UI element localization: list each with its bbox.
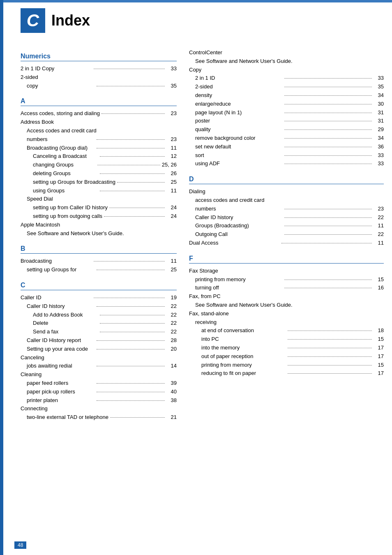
entry-text: two-line external TAD or telephone xyxy=(27,413,108,422)
entry-dots xyxy=(94,69,165,69)
entry-dots xyxy=(288,339,372,340)
entry-page: 34 xyxy=(374,91,384,100)
entry-dots xyxy=(284,280,372,280)
entry-text: 2 in 1 ID Copy xyxy=(21,65,92,73)
entry-dots xyxy=(100,191,165,191)
entry-page: 26 xyxy=(166,169,177,178)
list-item: into the memory17 xyxy=(201,344,384,352)
entry-text: Caller ID history xyxy=(27,302,95,311)
entry-text: receiving xyxy=(195,319,217,325)
entry-text: setting up from outgoing calls xyxy=(33,212,102,221)
list-item: enlarge/reduce30 xyxy=(195,100,384,109)
entry-page: 19 xyxy=(166,294,177,302)
entry-text: printing from memory xyxy=(195,275,283,284)
entry-text: reducing to fit on paper xyxy=(201,369,286,378)
entry-page: 21 xyxy=(166,413,177,422)
entry-dots xyxy=(284,130,372,130)
entry-page: 11 xyxy=(374,222,384,230)
section-heading: A xyxy=(21,97,177,106)
entry-text: setting up Groups for Broadcasting xyxy=(33,178,115,187)
chapter-letter-box: C xyxy=(21,8,45,33)
list-item: Apple Macintosh xyxy=(21,221,177,229)
list-item: Copy xyxy=(189,66,384,74)
entry-page: 18 xyxy=(374,326,384,335)
entry-text: Access codes and credit card xyxy=(27,127,97,134)
entry-text: 2 in 1 ID xyxy=(195,74,283,83)
list-item: Connecting xyxy=(21,405,177,413)
entry-dots xyxy=(284,95,372,96)
entry-page: 29 xyxy=(374,125,384,134)
entry-dots xyxy=(284,138,372,139)
entry-text: poster xyxy=(195,117,283,125)
entry-text: Add to Address Book xyxy=(33,311,98,319)
entry-dots xyxy=(110,417,165,418)
entry-page: 25 xyxy=(166,266,177,274)
entry-text: See Software and Network User's Guide. xyxy=(195,58,293,64)
top-bar xyxy=(3,0,392,2)
list-item: Fax Storage xyxy=(189,267,384,275)
entry-dots xyxy=(284,217,372,218)
entry-page: 14 xyxy=(166,362,177,370)
entry-dots xyxy=(100,156,165,157)
list-item: reducing to fit on paper17 xyxy=(201,369,384,378)
entry-text: Copy xyxy=(189,67,201,73)
entry-text: printing from memory xyxy=(201,361,286,370)
entry-page: 35 xyxy=(166,82,177,90)
list-item: Cleaning xyxy=(21,370,177,379)
entry-page: 24 xyxy=(166,212,177,221)
entry-dots xyxy=(101,113,165,114)
entry-page: 22 xyxy=(374,230,384,239)
entry-text: Caller ID History report xyxy=(27,336,95,345)
entry-dots xyxy=(97,349,165,349)
entry-page: 40 xyxy=(166,388,177,396)
entry-dots xyxy=(94,261,165,261)
entry-page: 23 xyxy=(374,205,384,213)
entry-text: Speed Dial xyxy=(27,196,53,202)
list-item: See Software and Network User's Guide. xyxy=(27,229,177,238)
list-item: See Software and Network User's Guide. xyxy=(195,301,384,310)
entry-dots xyxy=(288,373,372,374)
list-item: Send a fax22 xyxy=(33,328,177,336)
entry-text: printer platen xyxy=(27,396,95,405)
entry-dots xyxy=(284,121,372,121)
entry-text: Dialing xyxy=(189,188,205,194)
list-item: Dialing xyxy=(189,187,384,196)
list-item: printing from memory15 xyxy=(201,361,384,370)
entry-dots xyxy=(284,78,372,79)
entry-text: Fax, from PC xyxy=(189,293,221,299)
entry-dots xyxy=(284,104,372,104)
entry-text: Fax, stand-alone xyxy=(189,310,229,317)
list-item: setting up Groups for25 xyxy=(27,266,177,274)
entry-text: deleting Groups xyxy=(33,169,98,178)
list-item: two-line external TAD or telephone21 xyxy=(27,413,177,422)
entry-text: Outgoing Call xyxy=(195,230,283,239)
entry-page: 38 xyxy=(166,396,177,405)
entry-text: paper feed rollers xyxy=(27,379,95,388)
entry-dots xyxy=(109,208,165,208)
section-heading: D xyxy=(189,176,384,184)
entry-dots xyxy=(97,165,160,165)
entry-text: Canceling a Broadcast xyxy=(33,152,98,161)
entry-dots xyxy=(100,173,165,174)
list-item: setting up from outgoing calls24 xyxy=(33,212,177,221)
entry-page: 22 xyxy=(166,328,177,336)
list-item: setting up from Caller ID history24 xyxy=(33,204,177,212)
entry-page: 17 xyxy=(374,352,384,361)
list-item: Fax, stand-alone xyxy=(189,310,384,318)
list-item: 2 in 1 ID33 xyxy=(195,74,384,83)
entry-page: 15 xyxy=(374,275,384,284)
entry-page: 12 xyxy=(166,152,177,161)
list-item: Canceling a Broadcast12 xyxy=(33,152,177,161)
list-item: 2-sided xyxy=(21,73,177,82)
entry-text: Canceling xyxy=(21,354,44,361)
list-item: Setting up your area code20 xyxy=(27,345,177,354)
entry-text: Broadcasting xyxy=(21,257,92,266)
entry-text: copy xyxy=(27,82,95,90)
list-item: into PC15 xyxy=(201,335,384,344)
entry-dots xyxy=(284,226,372,226)
list-item: See Software and Network User's Guide. xyxy=(195,57,384,66)
entry-text: density xyxy=(195,91,283,100)
entry-dots xyxy=(97,340,165,341)
list-item: Access codes and credit card xyxy=(27,127,177,135)
entry-text: See Software and Network User's Guide. xyxy=(195,302,293,308)
